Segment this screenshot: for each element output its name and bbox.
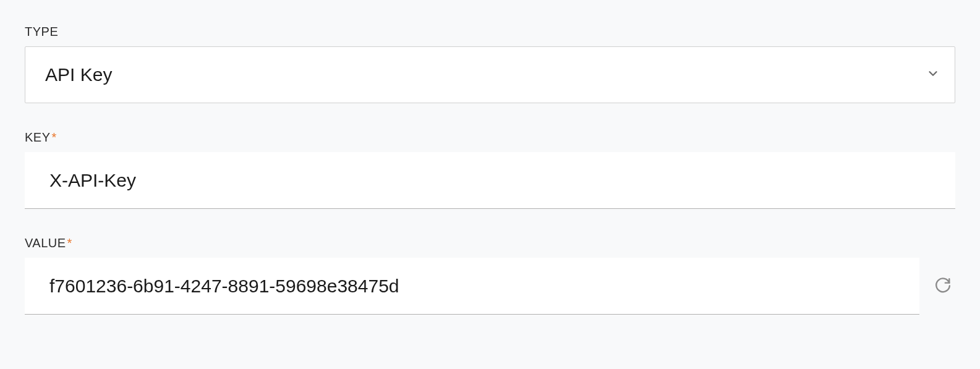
key-field-group: KEY* — [25, 130, 955, 209]
key-input[interactable] — [49, 170, 931, 191]
type-label: TYPE — [25, 25, 955, 39]
chevron-down-icon — [926, 67, 940, 83]
key-label: KEY* — [25, 130, 955, 145]
key-input-wrapper — [25, 152, 955, 209]
value-input[interactable] — [49, 276, 895, 297]
key-label-text: KEY — [25, 130, 51, 144]
value-field-group: VALUE* — [25, 236, 955, 315]
type-select-value: API Key — [45, 64, 918, 85]
type-select[interactable]: API Key — [25, 46, 955, 103]
regenerate-button[interactable] — [931, 274, 955, 299]
value-label: VALUE* — [25, 236, 955, 250]
type-label-text: TYPE — [25, 25, 58, 38]
value-label-text: VALUE — [25, 236, 66, 250]
key-required-marker: * — [52, 130, 57, 144]
value-input-wrapper — [25, 258, 919, 315]
value-row — [25, 258, 955, 315]
value-required-marker: * — [67, 236, 72, 250]
refresh-icon — [935, 278, 951, 295]
type-field-group: TYPE API Key — [25, 25, 955, 103]
